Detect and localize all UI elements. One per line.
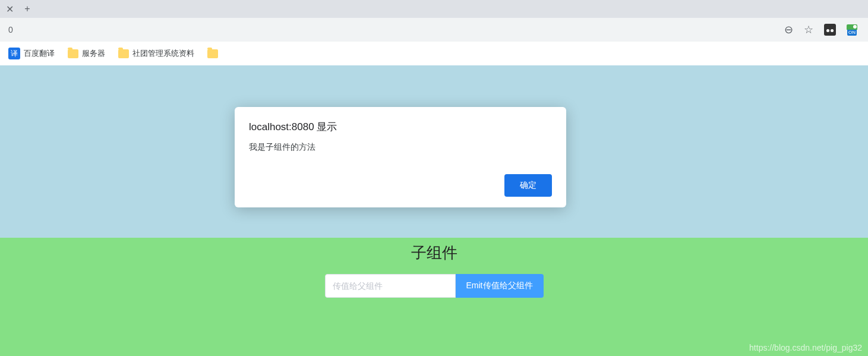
alert-title: localhost:8080 显示	[249, 120, 552, 134]
bookmark-club-system[interactable]: 社团管理系统资料	[115, 46, 198, 61]
bookmark-label: 百度翻译	[24, 48, 55, 59]
close-tab-icon[interactable]: ✕	[5, 4, 14, 14]
extension-on-icon[interactable]: ON	[847, 24, 857, 36]
address-bar: 0 ⊖ ☆ ON	[0, 18, 868, 42]
extension-icon[interactable]	[824, 24, 836, 36]
emit-button[interactable]: Emit传值给父组件	[456, 274, 544, 298]
bookmark-baidu-translate[interactable]: 译 百度翻译	[5, 45, 58, 62]
new-tab-icon[interactable]: +	[23, 4, 32, 14]
page-content: 使用ref调用子组件的值 使用ref调用子组件的方法 子组件 Emit传值给父组…	[0, 65, 868, 356]
emit-input[interactable]	[325, 274, 456, 298]
translate-icon: 译	[8, 48, 20, 59]
alert-ok-button[interactable]: 确定	[504, 174, 552, 197]
bookmarks-bar: 译 百度翻译 服务器 社团管理系统资料	[0, 42, 868, 65]
bookmark-label: 社团管理系统资料	[132, 48, 194, 59]
js-alert-dialog: localhost:8080 显示 我是子组件的方法 确定	[235, 107, 566, 207]
folder-icon	[118, 49, 129, 58]
emit-row: Emit传值给父组件	[325, 274, 544, 298]
folder-icon	[68, 49, 78, 58]
bookmark-star-icon[interactable]: ☆	[804, 23, 813, 36]
alert-message: 我是子组件的方法	[249, 142, 552, 153]
folder-icon	[207, 49, 218, 58]
bookmark-server[interactable]: 服务器	[64, 46, 109, 61]
zoom-icon[interactable]: ⊖	[784, 23, 793, 36]
watermark: https://blog.csdn.net/pig_pig32	[749, 343, 862, 352]
child-component: 子组件 Emit传值给父组件	[0, 238, 868, 356]
address-text[interactable]: 0	[6, 25, 784, 34]
address-icons: ⊖ ☆ ON	[784, 23, 862, 36]
bookmark-unnamed[interactable]	[204, 47, 222, 61]
alert-actions: 确定	[249, 174, 552, 197]
tab-strip: ✕ +	[0, 0, 868, 18]
bookmark-label: 服务器	[82, 48, 105, 59]
child-title: 子组件	[411, 242, 457, 263]
